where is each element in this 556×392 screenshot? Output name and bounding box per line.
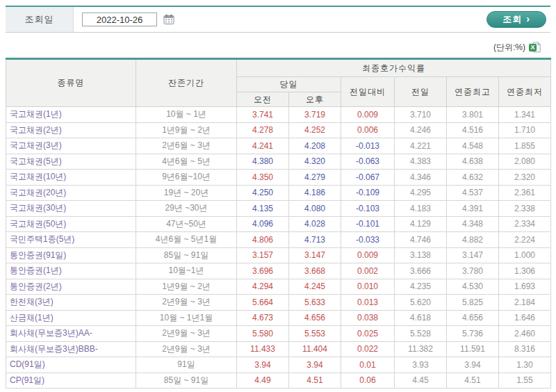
cell-year-low: 2.460 bbox=[499, 326, 551, 342]
cell-year-high: 4.537 bbox=[447, 185, 499, 201]
cell-change: 0.038 bbox=[341, 310, 395, 326]
date-input[interactable] bbox=[82, 13, 157, 26]
cell-am-yield: 3.94 bbox=[237, 357, 289, 373]
cell-change: 0.01 bbox=[341, 357, 395, 373]
cell-pm-yield: 4.080 bbox=[289, 201, 341, 217]
cell-am-yield: 3.741 bbox=[237, 107, 289, 123]
cell-type-name: 국고채권(3년) bbox=[6, 138, 136, 154]
cell-type-name: CP(91일) bbox=[6, 373, 136, 389]
cell-pm-yield: 4.028 bbox=[289, 216, 341, 232]
table-row: 국고채권(20년) 19년 ~ 20년 4.250 4.186 -0.109 4… bbox=[6, 185, 551, 201]
cell-year-low: 1.646 bbox=[499, 310, 551, 326]
table-row: 국고채권(30년) 29년 ~30년 4.135 4.080 -0.103 4.… bbox=[6, 201, 551, 217]
header-yield-group: 최종호가수익률 bbox=[237, 59, 551, 77]
query-date-label: 조회일 bbox=[6, 7, 74, 32]
yield-table: 종류명 잔존기간 최종호가수익률 당일 전일대비 전일 연중최고 연중최저 오전… bbox=[6, 58, 551, 389]
cell-prev: 4.618 bbox=[395, 310, 447, 326]
cell-year-low: 1.710 bbox=[499, 122, 551, 138]
header-am: 오전 bbox=[237, 92, 289, 107]
table-row: 통안증권(2년) 1년9월 ~ 2년 4.294 4.245 0.010 4.2… bbox=[6, 279, 551, 295]
cell-prev: 4.183 bbox=[395, 201, 447, 217]
cell-prev: 4.295 bbox=[395, 185, 447, 201]
cell-year-high: 4.882 bbox=[447, 232, 499, 248]
table-row: 통안증권(1년) 10월~1년 3.696 3.668 0.002 3.666 … bbox=[6, 263, 551, 279]
cell-year-low: 1.306 bbox=[499, 263, 551, 279]
cell-year-low: 1.855 bbox=[499, 138, 551, 154]
cell-period: 2년9월 ~ 3년 bbox=[136, 295, 237, 311]
cell-prev: 3.666 bbox=[395, 263, 447, 279]
cell-prev: 4.235 bbox=[395, 279, 447, 295]
cell-year-low: 2.320 bbox=[499, 170, 551, 186]
cell-period: 2년6월 ~ 3년 bbox=[136, 138, 237, 154]
cell-year-low: 2.184 bbox=[499, 295, 551, 311]
cell-am-yield: 5.664 bbox=[237, 295, 289, 311]
cell-type-name: 산금채(1년) bbox=[6, 310, 136, 326]
cell-period: 4년6월 ~ 5년 bbox=[136, 154, 237, 170]
cell-change: 0.010 bbox=[341, 279, 395, 295]
cell-type-name: 통안증권(91일) bbox=[6, 247, 136, 263]
cell-year-low: 1.341 bbox=[499, 107, 551, 123]
cell-type-name: 국고채권(20년) bbox=[6, 185, 136, 201]
cell-year-high: 4.391 bbox=[447, 201, 499, 217]
cell-change: 0.002 bbox=[341, 263, 395, 279]
cell-pm-yield: 4.252 bbox=[289, 122, 341, 138]
search-button-label: 조회 bbox=[502, 13, 522, 26]
cell-year-low: 2.338 bbox=[499, 201, 551, 217]
header-change: 전일대비 bbox=[341, 77, 395, 107]
cell-year-high: 5.736 bbox=[447, 326, 499, 342]
cell-period: 9년6월~10년 bbox=[136, 170, 237, 186]
cell-prev: 4.346 bbox=[395, 170, 447, 186]
cell-am-yield: 4.806 bbox=[237, 232, 289, 248]
cell-year-high: 3.780 bbox=[447, 263, 499, 279]
excel-icon[interactable]: X bbox=[529, 42, 541, 53]
cell-period: 4년6월 ~ 5년1월 bbox=[136, 232, 237, 248]
bond-yield-page: 조회일 조회 › (단위:%) bbox=[0, 0, 556, 389]
cell-prev: 5.528 bbox=[395, 326, 447, 342]
cell-type-name: 국민주택1종(5년) bbox=[6, 232, 136, 248]
cell-am-yield: 4.673 bbox=[237, 310, 289, 326]
cell-change: 0.006 bbox=[341, 122, 395, 138]
cell-change: 0.025 bbox=[341, 326, 395, 342]
cell-pm-yield: 4.656 bbox=[289, 310, 341, 326]
cell-type-name: 통안증권(2년) bbox=[6, 279, 136, 295]
cell-prev: 11.382 bbox=[395, 341, 447, 357]
table-row: 통안증권(91일) 85일 ~ 91일 3.157 3.147 0.009 3.… bbox=[6, 247, 551, 263]
cell-period: 2년9월 ~ 3년 bbox=[136, 341, 237, 357]
cell-period: 10월 ~ 1년 bbox=[136, 107, 237, 123]
cell-pm-yield: 3.719 bbox=[289, 107, 341, 123]
unit-note: (단위:%) bbox=[493, 42, 525, 54]
cell-year-low: 2.361 bbox=[499, 185, 551, 201]
table-row: 국고채권(5년) 4년6월 ~ 5년 4.380 4.320 -0.063 4.… bbox=[6, 154, 551, 170]
cell-prev: 4.129 bbox=[395, 216, 447, 232]
calendar-icon[interactable] bbox=[163, 14, 174, 25]
cell-pm-yield: 5.633 bbox=[289, 295, 341, 311]
cell-year-high: 4.530 bbox=[447, 279, 499, 295]
cell-year-high: 4.632 bbox=[447, 170, 499, 186]
cell-prev: 4.383 bbox=[395, 154, 447, 170]
header-year-high: 연중최고 bbox=[447, 77, 499, 107]
query-bar: 조회일 조회 › bbox=[6, 6, 550, 33]
cell-am-yield: 4.49 bbox=[237, 373, 289, 389]
cell-pm-yield: 4.279 bbox=[289, 170, 341, 186]
cell-change: 0.022 bbox=[341, 341, 395, 357]
cell-am-yield: 4.350 bbox=[237, 170, 289, 186]
cell-am-yield: 4.278 bbox=[237, 122, 289, 138]
cell-year-low: 1.000 bbox=[499, 247, 551, 263]
search-button[interactable]: 조회 › bbox=[486, 11, 546, 28]
cell-prev: 4.45 bbox=[395, 373, 447, 389]
cell-am-yield: 3.696 bbox=[237, 263, 289, 279]
cell-pm-yield: 3.147 bbox=[289, 247, 341, 263]
cell-change: -0.103 bbox=[341, 201, 395, 217]
cell-year-high: 11.591 bbox=[447, 341, 499, 357]
cell-pm-yield: 3.94 bbox=[289, 357, 341, 373]
unit-row: (단위:%) X bbox=[6, 33, 550, 58]
cell-am-yield: 4.096 bbox=[237, 216, 289, 232]
cell-year-high: 3.801 bbox=[447, 107, 499, 123]
cell-year-high: 5.825 bbox=[447, 295, 499, 311]
cell-change: -0.063 bbox=[341, 154, 395, 170]
cell-change: 0.013 bbox=[341, 295, 395, 311]
cell-year-low: 2.224 bbox=[499, 232, 551, 248]
cell-am-yield: 3.157 bbox=[237, 247, 289, 263]
cell-change: 0.06 bbox=[341, 373, 395, 389]
cell-period: 47년~50년 bbox=[136, 216, 237, 232]
